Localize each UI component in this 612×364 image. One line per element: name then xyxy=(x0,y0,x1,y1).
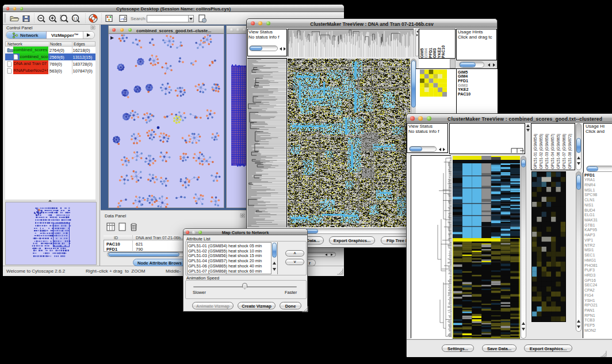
svg-text:Search:: Search: xyxy=(131,16,147,21)
svg-text:1:1: 1:1 xyxy=(74,17,78,20)
